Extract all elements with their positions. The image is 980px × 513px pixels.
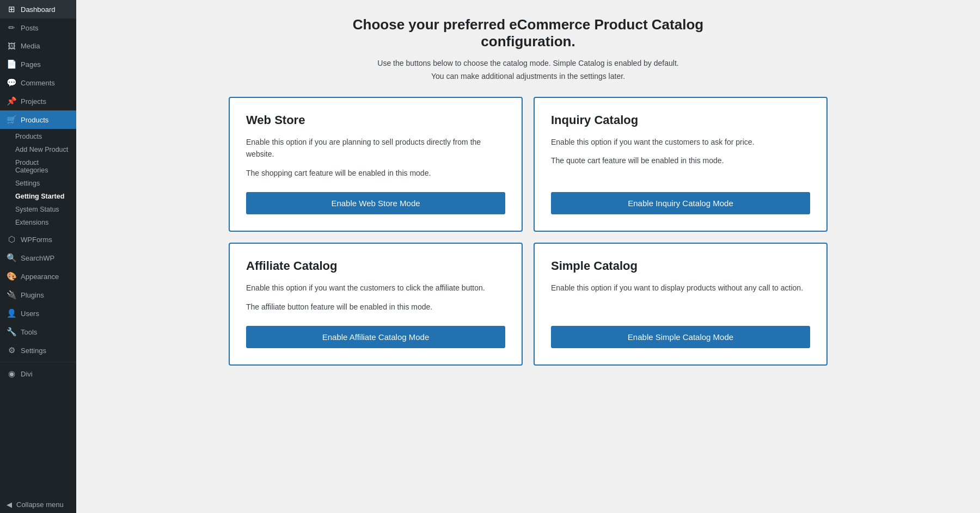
products-icon: 🛒 — [7, 115, 16, 125]
sidebar-item-wpforms[interactable]: ⬡ WPForms — [0, 230, 76, 249]
affiliate-catalog-card: Affiliate Catalog Enable this option if … — [229, 243, 523, 366]
sidebar-item-label: Posts — [21, 24, 39, 32]
page-title: Choose your preferred eCommerce Product … — [98, 16, 958, 50]
sidebar-item-pages[interactable]: 📄 Pages — [0, 55, 76, 73]
collapse-menu-button[interactable]: ◀ Collapse menu — [0, 496, 76, 513]
projects-icon: 📌 — [7, 96, 16, 106]
web-store-desc2: The shopping cart feature will be enable… — [246, 167, 505, 179]
affiliate-catalog-desc2: The affiliate button feature will be ena… — [246, 301, 505, 313]
inquiry-catalog-desc2: The quote cart feature will be enabled i… — [551, 154, 810, 166]
sidebar-item-plugins[interactable]: 🔌 Plugins — [0, 286, 76, 304]
page-note: You can make additional adjustments in t… — [98, 72, 958, 81]
sidebar-item-label: Dashboard — [21, 5, 56, 14]
sidebar-item-label: Media — [21, 42, 40, 50]
submenu-products[interactable]: Products — [0, 130, 76, 143]
sidebar-item-label: SearchWP — [21, 254, 54, 262]
dashboard-icon: ⊞ — [7, 4, 16, 14]
sidebar-item-users[interactable]: 👤 Users — [0, 304, 76, 323]
affiliate-catalog-title: Affiliate Catalog — [246, 259, 505, 273]
sidebar-item-label: Plugins — [21, 291, 44, 299]
collapse-label: Collapse menu — [16, 500, 64, 509]
sidebar-item-label: Appearance — [21, 273, 59, 281]
sidebar-item-appearance[interactable]: 🎨 Appearance — [0, 267, 76, 286]
sidebar-item-dashboard[interactable]: ⊞ Dashboard — [0, 0, 76, 18]
submenu-settings[interactable]: Settings — [0, 177, 76, 190]
searchwp-icon: 🔍 — [7, 253, 16, 263]
tools-icon: 🔧 — [7, 327, 16, 337]
sidebar-item-divi[interactable]: ◉ Divi — [0, 364, 76, 383]
main-content: Choose your preferred eCommerce Product … — [76, 0, 980, 513]
catalog-cards-grid: Web Store Enable this option if you are … — [229, 97, 828, 366]
submenu-extensions[interactable]: Extensions — [0, 216, 76, 229]
web-store-card: Web Store Enable this option if you are … — [229, 97, 523, 232]
posts-icon: ✏ — [7, 23, 16, 33]
enable-affiliate-catalog-button[interactable]: Enable Affiliate Catalog Mode — [246, 326, 505, 348]
comments-icon: 💬 — [7, 78, 16, 88]
sidebar-item-media[interactable]: 🖼 Media — [0, 37, 76, 55]
products-submenu: Products Add New Product Product Categor… — [0, 129, 76, 230]
inquiry-catalog-title: Inquiry Catalog — [551, 113, 810, 127]
enable-inquiry-catalog-button[interactable]: Enable Inquiry Catalog Mode — [551, 192, 810, 214]
submenu-add-new-product[interactable]: Add New Product — [0, 143, 76, 156]
pages-icon: 📄 — [7, 59, 16, 69]
sidebar-item-tools[interactable]: 🔧 Tools — [0, 323, 76, 341]
sidebar-divider — [0, 362, 76, 362]
simple-catalog-card: Simple Catalog Enable this option if you… — [534, 243, 828, 366]
inquiry-catalog-card: Inquiry Catalog Enable this option if yo… — [534, 97, 828, 232]
media-icon: 🖼 — [7, 41, 16, 51]
sidebar-item-label: Products — [21, 116, 48, 124]
web-store-desc1: Enable this option if you are planning t… — [246, 136, 505, 160]
page-subtitle: Use the buttons below to choose the cata… — [98, 59, 958, 67]
enable-web-store-button[interactable]: Enable Web Store Mode — [246, 192, 505, 214]
simple-catalog-title: Simple Catalog — [551, 259, 810, 273]
sidebar-item-label: Settings — [21, 347, 46, 355]
affiliate-catalog-desc1: Enable this option if you want the custo… — [246, 282, 505, 294]
sidebar-item-posts[interactable]: ✏ Posts — [0, 18, 76, 37]
sidebar-item-label: WPForms — [21, 236, 52, 244]
sidebar-item-searchwp[interactable]: 🔍 SearchWP — [0, 249, 76, 267]
wpforms-icon: ⬡ — [7, 234, 16, 244]
inquiry-catalog-desc1: Enable this option if you want the custo… — [551, 136, 810, 148]
sidebar: ⊞ Dashboard ✏ Posts 🖼 Media 📄 Pages 💬 Co… — [0, 0, 76, 513]
sidebar-item-label: Comments — [21, 79, 55, 87]
simple-catalog-desc1: Enable this option if you want to displa… — [551, 282, 810, 294]
submenu-product-categories[interactable]: Product Categories — [0, 156, 76, 177]
divi-icon: ◉ — [7, 369, 16, 379]
users-icon: 👤 — [7, 308, 16, 318]
sidebar-item-settings[interactable]: ⚙ Settings — [0, 341, 76, 360]
sidebar-item-label: Projects — [21, 97, 46, 106]
sidebar-item-label: Users — [21, 310, 39, 318]
sidebar-item-comments[interactable]: 💬 Comments — [0, 73, 76, 92]
submenu-system-status[interactable]: System Status — [0, 203, 76, 216]
enable-simple-catalog-button[interactable]: Enable Simple Catalog Mode — [551, 326, 810, 348]
appearance-icon: 🎨 — [7, 271, 16, 281]
sidebar-item-label: Pages — [21, 60, 41, 69]
sidebar-item-label: Tools — [21, 328, 37, 336]
plugins-icon: 🔌 — [7, 290, 16, 300]
sidebar-item-label: Divi — [21, 370, 33, 378]
submenu-getting-started[interactable]: Getting Started — [0, 190, 76, 203]
collapse-icon: ◀ — [7, 500, 12, 509]
sidebar-item-projects[interactable]: 📌 Projects — [0, 92, 76, 110]
settings-icon: ⚙ — [7, 345, 16, 355]
web-store-title: Web Store — [246, 113, 505, 127]
sidebar-item-products[interactable]: 🛒 Products — [0, 110, 76, 129]
